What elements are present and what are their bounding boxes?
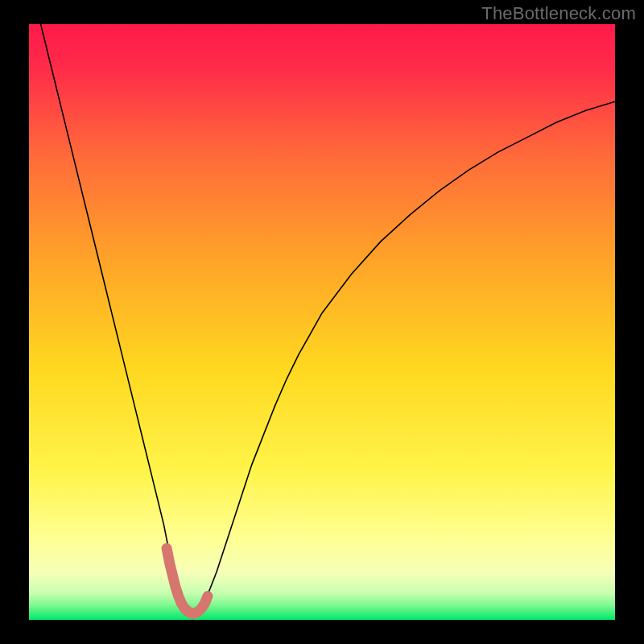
gradient-background [29, 24, 615, 620]
chart-svg [29, 24, 615, 620]
chart-frame: TheBottleneck.com [0, 0, 644, 644]
plot-area [29, 24, 615, 620]
watermark-text: TheBottleneck.com [481, 3, 636, 24]
